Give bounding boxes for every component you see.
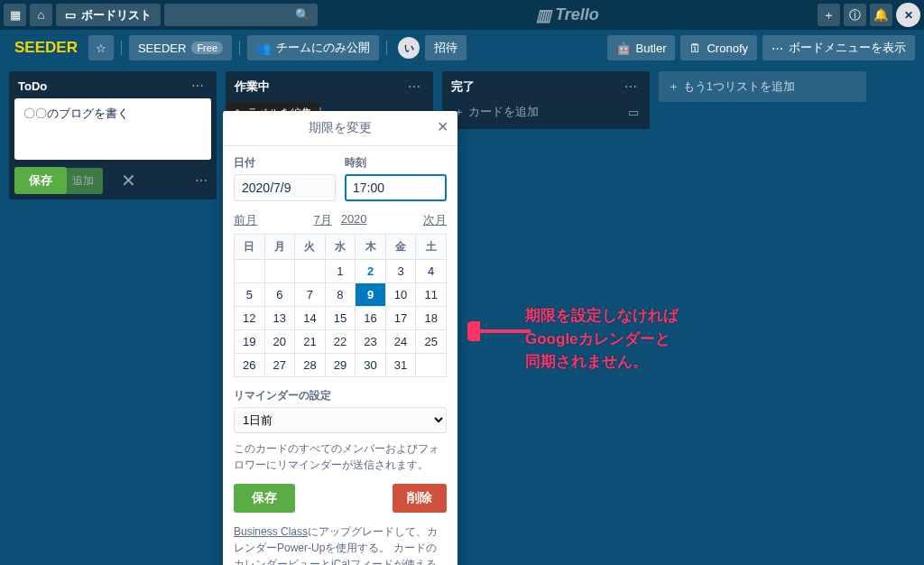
due-delete-button[interactable]: 削除 xyxy=(393,484,447,513)
composer-close-button[interactable]: ✕ xyxy=(121,170,136,191)
list-menu-button[interactable]: ⋯ xyxy=(404,79,424,94)
add-card-button[interactable]: ＋カードを追加 ▭ xyxy=(448,100,644,124)
calendar-day[interactable]: 10 xyxy=(385,283,416,307)
calendar-day[interactable]: 1 xyxy=(325,260,356,283)
calendar-day[interactable]: 21 xyxy=(295,330,326,354)
board-canvas: ToDo ⋯ 〇〇のブログを書く 保存 追加 ✕ ⋯ 作業中 ⋯ ＋カードを追加… xyxy=(0,66,924,205)
next-month-button[interactable]: 次月 xyxy=(423,212,447,228)
due-save-button[interactable]: 保存 xyxy=(234,484,295,513)
list-title[interactable]: ToDo xyxy=(18,79,47,93)
reminder-select[interactable]: 1日前 xyxy=(234,407,447,433)
calendar-day[interactable]: 13 xyxy=(264,307,295,330)
cronofy-button[interactable]: 🗓Cronofy xyxy=(680,35,757,60)
star-icon: ☆ xyxy=(96,42,106,55)
calendar-day[interactable]: 28 xyxy=(295,354,326,377)
calendar-icon: 🗓 xyxy=(689,42,701,55)
list-menu-button[interactable]: ⋯ xyxy=(621,79,641,94)
calendar-dow: 火 xyxy=(295,235,326,260)
team-button[interactable]: SEEDER Free xyxy=(129,35,232,60)
divider xyxy=(121,41,122,55)
list-title[interactable]: 作業中 xyxy=(235,79,270,95)
notifications-button[interactable]: 🔔 xyxy=(870,4,892,26)
divider xyxy=(239,41,240,55)
create-button[interactable]: ＋ xyxy=(818,4,840,26)
calendar-day[interactable]: 12 xyxy=(235,307,265,330)
month-select[interactable]: 7月 xyxy=(313,212,331,228)
calendar-dow: 金 xyxy=(385,235,416,260)
home-button[interactable]: ⌂ xyxy=(30,4,52,26)
composer-add-button-ghost[interactable]: 追加 xyxy=(63,168,103,194)
boards-button[interactable]: ▭ ボードリスト xyxy=(56,4,161,26)
info-button[interactable]: ⓘ xyxy=(844,4,866,26)
calendar-day[interactable]: 29 xyxy=(325,354,356,377)
star-board-button[interactable]: ☆ xyxy=(88,35,114,60)
calendar-day[interactable]: 7 xyxy=(295,283,326,307)
calendar-dow: 日 xyxy=(235,235,265,260)
calendar-day[interactable]: 19 xyxy=(235,330,265,354)
people-icon: 👥 xyxy=(256,42,271,55)
user-avatar[interactable]: ✕ xyxy=(896,3,920,27)
calendar-grid: 日月火水木金土 12345678910111213141516171819202… xyxy=(234,234,447,377)
list-menu-button[interactable]: ⋯ xyxy=(188,79,208,93)
apps-icon: ▦ xyxy=(10,8,21,22)
date-label: 日付 xyxy=(234,155,336,171)
popover-close-button[interactable]: ✕ xyxy=(437,118,448,135)
composer-save-button[interactable]: 保存 xyxy=(14,167,67,194)
calendar-day[interactable]: 3 xyxy=(385,260,416,283)
calendar-day xyxy=(295,260,326,283)
time-input[interactable] xyxy=(345,174,447,201)
calendar-day[interactable]: 26 xyxy=(235,354,265,377)
calendar-day[interactable]: 15 xyxy=(325,307,356,330)
prev-month-button[interactable]: 前月 xyxy=(234,212,257,228)
logo-text: Trello xyxy=(555,5,599,24)
calendar-day[interactable]: 17 xyxy=(385,307,416,330)
visibility-label: チームにのみ公開 xyxy=(276,40,370,56)
calendar-day[interactable]: 24 xyxy=(385,330,416,354)
list-todo: ToDo ⋯ 〇〇のブログを書く 保存 追加 ✕ ⋯ xyxy=(9,71,217,199)
calendar-day[interactable]: 22 xyxy=(325,330,356,354)
calendar-day[interactable]: 30 xyxy=(356,354,386,377)
board-name[interactable]: SEEDER xyxy=(9,39,83,57)
time-label: 時刻 xyxy=(345,155,447,171)
card-composer-textarea[interactable]: 〇〇のブログを書く xyxy=(14,98,211,160)
calendar-day[interactable]: 11 xyxy=(416,283,447,307)
app-logo: ▥ Trello xyxy=(321,5,814,25)
list-done: 完了 ⋯ ＋カードを追加 ▭ xyxy=(442,71,650,129)
invite-button[interactable]: 招待 xyxy=(425,35,467,60)
calendar-day[interactable]: 23 xyxy=(356,330,386,354)
due-date-popover: 期限を変更 ✕ 日付 時刻 前月 7月 2020 次月 日月火水木金土 1234… xyxy=(223,111,457,565)
date-input[interactable] xyxy=(234,174,336,201)
calendar-day xyxy=(264,260,295,283)
composer-options-button[interactable]: ⋯ xyxy=(191,173,211,188)
calendar-day[interactable]: 18 xyxy=(416,307,447,330)
calendar-day[interactable]: 8 xyxy=(325,283,356,307)
member-avatar[interactable]: い xyxy=(398,37,420,59)
annotation-arrow xyxy=(467,321,532,341)
business-class-link[interactable]: Business Class xyxy=(234,525,308,538)
search-button[interactable]: 🔍 xyxy=(164,4,318,26)
list-title[interactable]: 完了 xyxy=(451,79,475,95)
info-icon: ⓘ xyxy=(849,7,861,23)
visibility-button[interactable]: 👥 チームにのみ公開 xyxy=(247,35,379,60)
calendar-day[interactable]: 31 xyxy=(385,354,416,377)
year-select[interactable]: 2020 xyxy=(341,212,367,228)
calendar-day[interactable]: 4 xyxy=(416,260,447,283)
calendar-day[interactable]: 5 xyxy=(235,283,265,307)
calendar-day[interactable]: 27 xyxy=(264,354,295,377)
ellipsis-icon: ⋯ xyxy=(772,42,783,55)
calendar-day xyxy=(235,260,265,283)
calendar-day[interactable]: 25 xyxy=(416,330,447,354)
calendar-day[interactable]: 6 xyxy=(264,283,295,307)
calendar-day[interactable]: 9 xyxy=(356,283,386,307)
calendar-day[interactable]: 16 xyxy=(356,307,386,330)
board-icon: ▭ xyxy=(65,8,76,22)
team-plan-pill: Free xyxy=(191,42,223,54)
apps-menu-button[interactable]: ▦ xyxy=(4,4,26,26)
calendar-day[interactable]: 20 xyxy=(264,330,295,354)
add-list-button[interactable]: ＋ もう1つリストを追加 xyxy=(659,71,866,102)
calendar-day[interactable]: 14 xyxy=(295,307,326,330)
template-icon[interactable]: ▭ xyxy=(628,106,639,119)
calendar-day[interactable]: 2 xyxy=(356,260,386,283)
butler-button[interactable]: 🤖Butler xyxy=(607,35,676,60)
board-menu-button[interactable]: ⋯ボードメニューを表示 xyxy=(762,35,915,60)
